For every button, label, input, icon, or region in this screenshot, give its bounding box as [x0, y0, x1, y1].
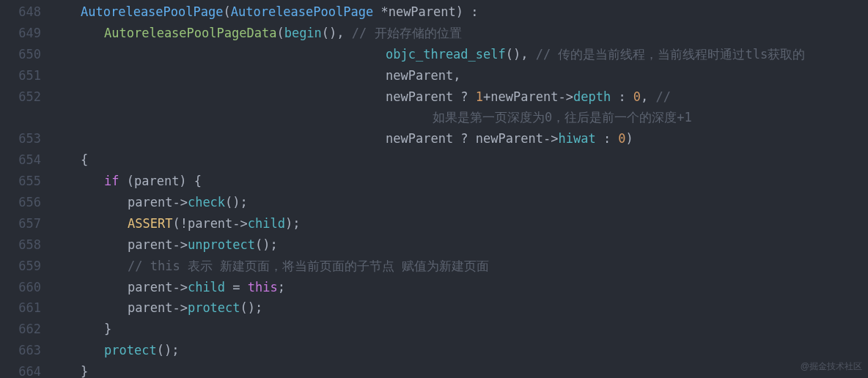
token-punc: , [641, 89, 655, 104]
token-op: -> [172, 300, 187, 315]
token-punc: (), [506, 47, 536, 62]
token-punc: (parent) { [119, 174, 202, 188]
token-call: child [188, 280, 225, 294]
line-number: 656 [0, 192, 57, 213]
token-name: parent [128, 195, 172, 210]
code-editor[interactable]: 648AutoreleasePoolPage(AutoreleasePoolPa… [0, 0, 868, 378]
token-name: parent [128, 300, 172, 315]
token-op: + [483, 89, 490, 104]
token-call: objc_thread_self [386, 47, 506, 62]
token-punc: ) [626, 131, 633, 146]
token-call: check [188, 195, 225, 210]
token-assert: ASSERT [128, 216, 172, 231]
token-punc: (); [255, 237, 278, 252]
token-op: ! [180, 216, 188, 231]
line-number: 659 [0, 256, 57, 277]
code-line[interactable]: 660parent->child = this; [0, 277, 868, 298]
token-punc: (); [225, 195, 248, 210]
code-content: parent->child = this; [57, 277, 868, 298]
token-punc: } [81, 364, 88, 378]
token-name: parent [188, 216, 232, 231]
code-line[interactable]: 651newParent, [0, 65, 868, 86]
token-comment: // this 表示 新建页面，将当前页面的子节点 赋值为新建页面 [128, 259, 489, 273]
token-key: this [248, 280, 278, 294]
code-line[interactable]: 如果是第一页深度为0，往后是前一个的深度+1 [0, 107, 868, 128]
line-number [0, 107, 57, 128]
token-punc: (); [240, 300, 263, 315]
token-op: = [232, 280, 247, 294]
code-line[interactable]: 657ASSERT(!parent->child); [0, 213, 868, 234]
token-call: depth [573, 89, 611, 104]
token-op: -> [172, 280, 187, 294]
token-name: *newParent [373, 4, 456, 19]
token-op: ? [460, 89, 475, 104]
token-punc: ) : [456, 4, 479, 19]
code-line[interactable]: 652newParent ? 1+newParent->depth : 0, /… [0, 86, 868, 108]
token-name: newParent [476, 131, 543, 146]
token-call: child [248, 216, 285, 231]
code-line[interactable]: 656parent->check(); [0, 192, 868, 213]
code-line[interactable]: 655if (parent) { [0, 171, 868, 192]
token-call: begin [284, 26, 322, 40]
token-name: : [611, 89, 633, 104]
token-punc: { [81, 152, 88, 167]
code-content: AutoreleasePoolPage(AutoreleasePoolPage … [57, 1, 868, 23]
code-line[interactable]: 653newParent ? newParent->hiwat : 0) [0, 128, 868, 149]
token-punc: ( [172, 216, 180, 231]
code-content: parent->protect(); [57, 297, 868, 319]
code-line[interactable]: 648AutoreleasePoolPage(AutoreleasePoolPa… [0, 1, 868, 23]
code-line[interactable]: 661parent->protect(); [0, 297, 868, 319]
token-type: AutoreleasePoolPage [231, 4, 373, 19]
code-line[interactable]: 649AutoreleasePoolPageData(begin(), // 开… [0, 23, 868, 44]
line-number: 654 [0, 149, 57, 171]
token-num: 0 [618, 131, 625, 146]
code-content: objc_thread_self(), // 传的是当前线程，当前线程时通过tl… [57, 44, 868, 65]
token-comment: // [656, 89, 671, 104]
line-number: 655 [0, 171, 57, 192]
code-line[interactable]: 650objc_thread_self(), // 传的是当前线程，当前线程时通… [0, 44, 868, 65]
code-line[interactable]: 662} [0, 319, 868, 340]
code-content: newParent ? 1+newParent->depth : 0, // [57, 86, 868, 108]
code-content: AutoreleasePoolPageData(begin(), // 开始存储… [57, 23, 868, 44]
token-punc: ( [223, 4, 230, 19]
token-punc: } [104, 322, 111, 336]
line-number: 657 [0, 213, 57, 234]
line-number: 661 [0, 297, 57, 319]
code-content: ASSERT(!parent->child); [57, 213, 868, 234]
line-number: 648 [0, 1, 57, 23]
token-type: AutoreleasePoolPage [81, 4, 223, 19]
token-name: : [596, 131, 619, 146]
code-line[interactable]: 659// this 表示 新建页面，将当前页面的子节点 赋值为新建页面 [0, 256, 868, 277]
token-op: -> [543, 131, 558, 146]
line-number: 664 [0, 361, 57, 378]
token-call: protect [104, 343, 157, 357]
line-number: 651 [0, 65, 57, 86]
line-number: 653 [0, 128, 57, 149]
token-op: -> [172, 237, 187, 252]
code-content: if (parent) { [57, 171, 868, 192]
token-comment: // 开始存储的位置 [352, 26, 462, 40]
token-num: 1 [476, 89, 483, 104]
token-punc: ( [276, 26, 284, 40]
code-line[interactable]: 663protect(); [0, 340, 868, 361]
token-key: if [104, 174, 119, 188]
line-number: 649 [0, 23, 57, 44]
token-comment: 如果是第一页深度为0，往后是前一个的深度+1 [433, 110, 692, 125]
watermark: @掘金技术社区 [801, 359, 862, 374]
token-num: 0 [633, 89, 641, 104]
code-content: } [57, 361, 868, 378]
token-name: newParent [386, 89, 460, 104]
code-content: newParent, [57, 65, 868, 86]
token-call: protect [188, 300, 240, 315]
code-line[interactable]: 664} [0, 361, 868, 378]
line-number: 663 [0, 340, 57, 361]
token-call: unprotect [188, 237, 255, 252]
line-number: 662 [0, 319, 57, 340]
token-name: newParent [386, 68, 453, 83]
token-op: ? [460, 131, 475, 146]
line-number: 650 [0, 44, 57, 65]
code-line[interactable]: 654{ [0, 149, 868, 171]
token-name: newParent [490, 89, 558, 104]
code-line[interactable]: 658parent->unprotect(); [0, 234, 868, 256]
token-punc: , [453, 68, 460, 83]
